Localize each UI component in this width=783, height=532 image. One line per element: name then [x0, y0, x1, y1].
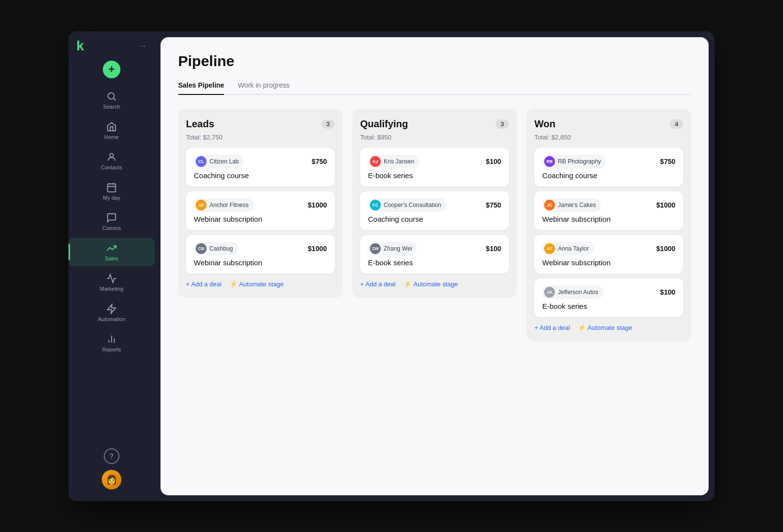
svg-line-1: [114, 98, 115, 100]
company-badge: CC Cooper's Consultation: [368, 198, 446, 212]
deal-card-top: CB Cashbug $1000: [194, 242, 327, 255]
deal-card[interactable]: AT Anna Taylor $1000 Webinar subscriptio…: [534, 235, 683, 274]
column-header-leads: Leads 3: [186, 118, 335, 130]
sidebar-item-automation[interactable]: Automation: [69, 299, 155, 327]
sidebar-item-contacts[interactable]: Contacts: [69, 147, 155, 175]
column-total-won: Total: $2,850: [534, 134, 683, 141]
company-badge: RB RB Photography: [542, 155, 606, 168]
sidebar-item-home[interactable]: Home: [69, 116, 155, 145]
deal-name: Webinar subscription: [542, 258, 675, 267]
company-avatar: AT: [544, 243, 555, 254]
deal-name: Coaching course: [368, 215, 501, 223]
column-header-qualifying: Qualifying 3: [360, 118, 509, 130]
company-badge: AF Anchor Fitness: [194, 198, 253, 212]
add-deal-button-leads[interactable]: + Add a deal: [186, 280, 222, 288]
company-name: Cashbug: [209, 245, 233, 252]
sidebar-label-sales: Sales: [105, 255, 118, 261]
sidebar-item-myday[interactable]: My day: [69, 177, 155, 206]
deal-card-top: AT Anna Taylor $1000: [542, 242, 675, 255]
reports-icon: [106, 334, 117, 345]
myday-icon: [106, 182, 117, 193]
deal-amount: $1000: [308, 245, 327, 253]
column-count-leads: 3: [322, 119, 335, 129]
deal-card-top: RB RB Photography $750: [542, 155, 675, 168]
marketing-icon: [106, 273, 117, 284]
deal-name: Webinar subscription: [194, 258, 327, 267]
add-deal-button-qualifying[interactable]: + Add a deal: [360, 280, 396, 288]
search-icon: [106, 91, 117, 102]
deal-name: E-book series: [368, 258, 501, 267]
deal-card[interactable]: RB RB Photography $750 Coaching course: [534, 148, 683, 186]
company-name: Kris Jansen: [384, 158, 415, 165]
deal-card[interactable]: JC Jamie's Cakes $1000 Webinar subscript…: [534, 191, 683, 230]
company-badge: AT Anna Taylor: [542, 242, 594, 255]
company-badge: JA Jefferson Autos: [542, 285, 603, 299]
company-avatar: CB: [196, 243, 207, 254]
deal-amount: $1000: [656, 245, 675, 253]
deal-card[interactable]: ZW Zhang Wei $100 E-book series: [360, 235, 509, 274]
svg-rect-3: [108, 184, 116, 192]
column-won: Won 4 Total: $2,850 RB RB Photography $7…: [527, 109, 691, 341]
automate-stage-button-won[interactable]: ⚡ Automate stage: [578, 324, 632, 331]
column-title-won: Won: [534, 118, 555, 130]
deal-card[interactable]: KJ Kris Jansen $100 E-book series: [360, 148, 509, 186]
deal-name: E-book series: [542, 302, 675, 310]
home-icon: [106, 121, 117, 132]
company-name: Anna Taylor: [558, 245, 589, 252]
deal-card-top: CL Citizen Lab $750: [194, 155, 327, 168]
tab-sales-pipeline[interactable]: Sales Pipeline: [178, 77, 224, 94]
automate-stage-button-leads[interactable]: ⚡ Automate stage: [230, 280, 284, 288]
deal-amount: $100: [486, 158, 501, 165]
deal-card[interactable]: CL Citizen Lab $750 Coaching course: [186, 148, 335, 186]
column-footer-leads: + Add a deal ⚡ Automate stage: [186, 280, 335, 288]
company-name: Cooper's Consultation: [384, 202, 441, 208]
company-avatar: JA: [544, 287, 555, 298]
column-leads: Leads 3 Total: $2,750 CL Citizen Lab $75…: [178, 109, 343, 298]
sidebar-label-marketing: Marketing: [100, 286, 123, 292]
column-total-qualifying: Total: $950: [360, 134, 509, 141]
deal-amount: $750: [486, 201, 501, 209]
column-footer-won: + Add a deal ⚡ Automate stage: [534, 324, 683, 331]
company-avatar: JC: [544, 200, 555, 210]
automate-stage-button-qualifying[interactable]: ⚡ Automate stage: [404, 280, 458, 288]
sidebar-label-automation: Automation: [98, 316, 125, 322]
sidebar-label-comms: Comms: [102, 225, 121, 231]
deal-card[interactable]: CB Cashbug $1000 Webinar subscription: [186, 235, 335, 274]
help-button[interactable]: ?: [104, 448, 119, 464]
sidebar-item-reports[interactable]: Reports: [69, 329, 155, 357]
sidebar-item-marketing[interactable]: Marketing: [69, 268, 155, 297]
sidebar-top: k →: [69, 39, 155, 57]
deal-amount: $100: [660, 288, 675, 296]
column-count-won: 4: [670, 119, 683, 129]
company-avatar: RB: [544, 156, 555, 167]
company-name: RB Photography: [558, 158, 601, 165]
column-header-won: Won 4: [534, 118, 683, 130]
deal-card[interactable]: JA Jefferson Autos $100 E-book series: [534, 278, 683, 317]
deal-card[interactable]: CC Cooper's Consultation $750 Coaching c…: [360, 191, 509, 230]
sidebar-item-sales[interactable]: Sales: [69, 238, 155, 266]
column-total-leads: Total: $2,750: [186, 134, 335, 141]
page-title: Pipeline: [178, 53, 691, 69]
svg-point-2: [110, 153, 113, 157]
company-badge: JC Jamie's Cakes: [542, 198, 601, 212]
add-deal-button-won[interactable]: + Add a deal: [534, 324, 570, 331]
active-indicator: [69, 243, 70, 260]
company-name: Anchor Fitness: [209, 202, 249, 208]
collapse-button[interactable]: →: [139, 42, 147, 50]
add-button[interactable]: +: [103, 61, 120, 78]
automation-icon: [106, 303, 117, 314]
deal-card-top: JA Jefferson Autos $100: [542, 285, 675, 299]
column-qualifying: Qualifying 3 Total: $950 KJ Kris Jansen …: [352, 109, 517, 298]
company-avatar: AF: [196, 200, 207, 210]
tab-work-in-progress[interactable]: Work in progress: [238, 77, 290, 94]
sidebar: k → + Search Home Contacts: [69, 31, 155, 501]
user-avatar[interactable]: 👩: [102, 470, 121, 489]
deal-amount: $1000: [656, 201, 675, 209]
sidebar-item-comms[interactable]: Comms: [69, 208, 155, 236]
sidebar-item-search[interactable]: Search: [69, 86, 155, 115]
sidebar-bottom: ? 👩: [102, 448, 121, 493]
deal-card[interactable]: AF Anchor Fitness $1000 Webinar subscrip…: [186, 191, 335, 230]
company-badge: CL Citizen Lab: [194, 155, 244, 168]
column-count-qualifying: 3: [496, 119, 509, 129]
sidebar-label-search: Search: [103, 104, 120, 110]
